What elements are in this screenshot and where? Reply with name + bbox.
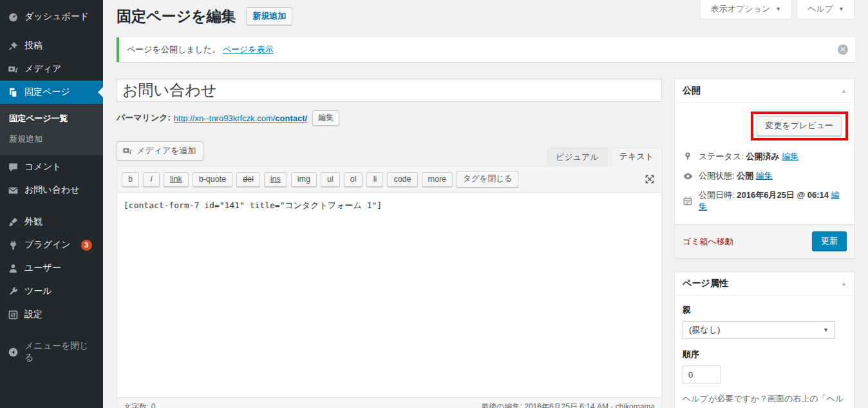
tab-visual[interactable]: ビジュアル — [547, 148, 607, 166]
pages-icon — [7, 86, 19, 98]
collapse-toggle-icon[interactable]: ▲ — [841, 280, 847, 287]
sidebar-item-dashboard[interactable]: ダッシュボード — [0, 5, 103, 28]
sidebar-item-users[interactable]: ユーザー — [0, 257, 103, 280]
publish-metabox-header[interactable]: 公開 ▲ — [675, 79, 854, 103]
sidebar-item-tools[interactable]: ツール — [0, 280, 103, 303]
screen-options-label: 表示オプション — [711, 3, 771, 15]
plugin-update-badge: 3 — [81, 240, 92, 251]
parent-select-value: (親なし) — [689, 324, 720, 336]
quicktag-ul-button[interactable]: ul — [321, 172, 340, 187]
collapse-toggle-icon[interactable]: ▲ — [841, 88, 847, 94]
help-label: ヘルプ — [807, 3, 833, 15]
preview-changes-button[interactable]: 変更をプレビュー — [757, 116, 842, 136]
tab-text[interactable]: テキスト — [611, 148, 662, 166]
parent-label: 親 — [683, 304, 847, 316]
published-date-value: 2016年6月25日 @ 06:14 — [737, 190, 829, 200]
screen-options-button[interactable]: 表示オプション ▼ — [700, 0, 792, 19]
sidebar-item-label: ツール — [24, 286, 52, 297]
quicktag-del-button[interactable]: del — [236, 172, 260, 187]
media-icon — [7, 63, 19, 75]
edit-status-link[interactable]: 編集 — [782, 151, 798, 161]
permalink-slug: contact/ — [275, 113, 307, 123]
quicktag-more-button[interactable]: more — [422, 172, 453, 187]
calendar-icon — [683, 196, 693, 207]
menu-separator — [0, 326, 103, 335]
pushpin-icon — [7, 40, 19, 52]
menu-separator — [0, 28, 103, 34]
help-button[interactable]: ヘルプ ▼ — [797, 0, 855, 19]
sidebar-item-appearance[interactable]: 外観 — [0, 210, 103, 233]
post-content-textarea[interactable]: [contact-form-7 id="141" title="コンタクトフォー… — [117, 193, 661, 397]
preview-row: 変更をプレビュー — [675, 103, 854, 147]
permalink-row: パーマリンク: http://xn--tnro93krfczk.com/cont… — [117, 110, 662, 126]
add-new-button[interactable]: 新規追加 — [246, 7, 292, 25]
sidebar-item-label: ユーザー — [24, 262, 61, 274]
status-value: 公開済み — [746, 151, 779, 161]
quicktag-close-tags-button[interactable]: タグを閉じる — [457, 171, 518, 188]
submenu-item-all-pages[interactable]: 固定ページ一覧 — [0, 108, 103, 129]
wrench-icon — [7, 286, 19, 297]
screen-meta-links: 表示オプション ▼ ヘルプ ▼ — [700, 0, 855, 19]
parent-select[interactable]: (親なし) ▼ — [683, 321, 835, 339]
edit-permalink-button[interactable]: 編集 — [312, 110, 339, 126]
order-input[interactable] — [683, 365, 721, 384]
quicktag-ol-button[interactable]: ol — [344, 172, 363, 187]
editor-statusbar: 文字数: 0 最後の編集: 2016年6月25日 6:14 AM - chiko… — [117, 397, 661, 408]
mail-icon — [7, 184, 19, 196]
sidebar-item-label: コメント — [24, 161, 61, 173]
permalink-label: パーマリンク: — [117, 112, 171, 124]
sidebar-item-comments[interactable]: コメント — [0, 155, 103, 179]
quicktag-code-button[interactable]: code — [387, 172, 417, 187]
published-date-text: 公開日時: 2016年6月25日 @ 06:14 編集 — [699, 189, 847, 213]
plug-icon — [7, 239, 19, 251]
sidebar-item-posts[interactable]: 投稿 — [0, 34, 103, 57]
submenu-item-add-new[interactable]: 新規追加 — [0, 129, 103, 150]
sidebar-item-media[interactable]: メディア — [0, 57, 103, 81]
sidebar-item-pages[interactable]: 固定ページ — [0, 81, 103, 104]
permalink-link[interactable]: http://xn--tnro93krfczk.com/contact/ — [174, 113, 307, 123]
collapse-icon — [7, 346, 19, 358]
sidebar-item-label: 固定ページ — [24, 86, 70, 98]
add-media-button[interactable]: メディアを追加 — [117, 141, 203, 160]
quicktag-bquote-button[interactable]: b-quote — [193, 172, 232, 187]
visibility-row: 公開状態: 公開 編集 — [675, 166, 854, 186]
quicktag-li-button[interactable]: li — [366, 172, 383, 187]
chevron-down-icon: ▼ — [838, 6, 844, 12]
sidebar-item-label: メディア — [24, 63, 61, 75]
sidebar-item-collapse-menu[interactable]: メニューを閉じる — [0, 335, 103, 369]
view-page-link[interactable]: ページを表示 — [223, 44, 274, 54]
quicktag-img-button[interactable]: img — [291, 172, 317, 187]
sidebar-item-label: メニューを閉じる — [24, 340, 97, 364]
word-count-value: 0 — [151, 402, 156, 408]
move-to-trash-link[interactable]: ゴミ箱へ移動 — [683, 236, 733, 248]
pages-submenu: 固定ページ一覧 新規追加 — [0, 104, 103, 155]
quicktag-bold-button[interactable]: b — [122, 172, 139, 187]
update-button[interactable]: 更新 — [812, 231, 847, 251]
editor-header: メディアを追加 ビジュアル テキスト — [117, 141, 662, 166]
fullscreen-icon[interactable] — [644, 173, 656, 185]
visibility-text: 公開状態: 公開 編集 — [699, 170, 773, 182]
sidebar-item-label: ダッシュボード — [24, 11, 89, 23]
published-date-row: 公開日時: 2016年6月25日 @ 06:14 編集 — [675, 186, 854, 217]
quicktag-link-button[interactable]: link — [164, 172, 189, 187]
order-label: 順序 — [683, 349, 847, 360]
sidebar-item-plugins[interactable]: プラグイン 3 — [0, 233, 103, 257]
published-date-label: 公開日時: — [699, 190, 735, 200]
sidebar-item-label: 投稿 — [24, 40, 42, 52]
menu-separator — [0, 202, 103, 210]
visibility-label: 公開状態: — [699, 171, 735, 180]
edit-visibility-link[interactable]: 編集 — [756, 171, 773, 180]
sidebar-item-label: お問い合わせ — [24, 184, 79, 196]
sidebar-item-contact[interactable]: お問い合わせ — [0, 179, 103, 202]
dismiss-notice-icon[interactable]: ✕ — [838, 44, 848, 55]
comment-icon — [7, 161, 19, 173]
attributes-help-text: ヘルプが必要ですか？画面の右上の「ヘルプ」タブをご利用ください。 — [683, 393, 847, 408]
sidebar-item-settings[interactable]: 設定 — [0, 303, 103, 326]
status-label: ステータス: — [699, 151, 744, 161]
quicktag-italic-button[interactable]: i — [143, 172, 160, 187]
page-attributes-header[interactable]: ページ属性 ▲ — [675, 272, 854, 296]
sidebar-item-label: 外観 — [24, 216, 42, 228]
page-title-input[interactable] — [117, 79, 662, 102]
editor-column: パーマリンク: http://xn--tnro93krfczk.com/cont… — [117, 79, 662, 408]
quicktag-ins-button[interactable]: ins — [264, 172, 287, 187]
